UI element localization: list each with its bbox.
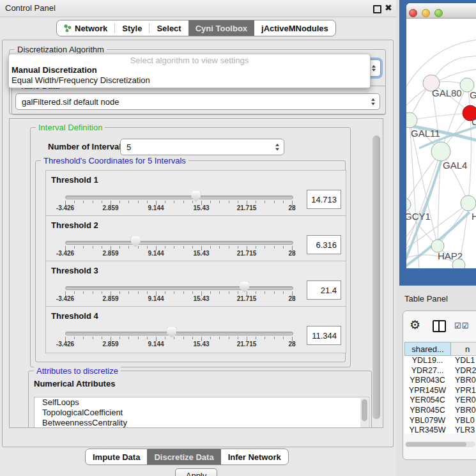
slider-thumb[interactable] — [131, 236, 141, 247]
table-row[interactable]: YBR045CYBR0 — [404, 406, 476, 416]
table-row[interactable]: YPR145WYPR1 — [404, 386, 476, 396]
number-of-intervals-label: Number of Intervals — [48, 142, 126, 151]
table-cell[interactable]: YPR145W — [404, 386, 450, 396]
number-of-intervals-combobox[interactable]: 5 — [120, 139, 284, 155]
table-row[interactable]: YER054CYER0 — [404, 395, 476, 406]
network-node-label: GAL4 — [443, 160, 467, 171]
slider-tick — [274, 246, 275, 249]
slider-track[interactable] — [65, 196, 293, 199]
numerical-attributes-list[interactable]: SelfLoopsTopologicalCoefficientBetweenne… — [34, 397, 369, 428]
threshold-box: Threshold 1-3.4262.8599.14415.4321.71528… — [45, 170, 346, 217]
dropdown-option[interactable]: Equal Width/Frequency Discretization — [12, 75, 150, 85]
table-data-combobox[interactable]: galFiltered.sif default node — [15, 93, 380, 110]
threshold-value-field[interactable]: 14.713 — [307, 190, 341, 209]
slider-thumb[interactable] — [240, 282, 249, 293]
slider-track[interactable] — [65, 286, 293, 290]
slider-tick-label: 15.43 — [193, 295, 209, 302]
network-node-label: G — [470, 89, 476, 100]
close-icon[interactable]: ✖ — [385, 3, 392, 13]
table-row[interactable]: YDL19...YDL1 — [404, 356, 476, 366]
table-cell[interactable]: YER054C — [404, 395, 450, 406]
table-row[interactable]: YLR345WYLR3 — [404, 426, 476, 434]
tab-cyni-toolbox[interactable]: Cyni Toolbox — [188, 20, 254, 36]
slider-tick — [256, 291, 256, 294]
table-cell[interactable]: YLR345W — [404, 426, 450, 434]
slider-tick — [283, 201, 284, 203]
mode-tab-infer-network[interactable]: Infer Network — [221, 449, 288, 464]
slider-tick — [229, 291, 229, 294]
slider-tick-label: 9.144 — [148, 341, 164, 348]
table-cell[interactable]: YDR2 — [450, 366, 476, 376]
mode-tab-impute-data[interactable]: Impute Data — [86, 449, 147, 464]
table-cell[interactable]: YLR3 — [450, 426, 475, 434]
table-row[interactable]: YDR27...YDR2 — [404, 366, 476, 376]
apply-button[interactable]: Apply — [175, 468, 217, 476]
combo-stepper-icon — [372, 65, 376, 72]
slider-tick — [238, 246, 238, 249]
tab-jactivemnodules[interactable]: jActiveMNodules — [254, 20, 335, 36]
table-row[interactable]: YBR043CYBR0 — [404, 376, 476, 386]
network-node[interactable] — [406, 198, 411, 211]
network-node[interactable] — [431, 142, 450, 161]
network-node[interactable] — [461, 196, 476, 211]
threshold-value-field[interactable]: 6.316 — [307, 235, 341, 254]
attribute-list-item[interactable]: SelfLoops — [35, 397, 369, 408]
table-cell[interactable]: YDL19... — [404, 356, 450, 366]
number-of-intervals-value: 5 — [127, 142, 131, 152]
network-canvas[interactable]: GAL80GCGAL11GAL4GCY1HHAP2 — [406, 18, 476, 268]
slider-track[interactable] — [65, 332, 293, 335]
tab-network[interactable]: Network — [57, 20, 114, 36]
slider-track[interactable] — [65, 241, 293, 245]
panel-scrollbar-thumb[interactable] — [372, 135, 380, 419]
mode-tab-discretize-data[interactable]: Discretize Data — [147, 449, 220, 464]
dropdown-placeholder-item[interactable]: Select algorithm to view settings — [9, 56, 370, 65]
close-traffic-light-icon[interactable] — [409, 9, 417, 17]
table-cell[interactable]: YBR0 — [450, 406, 476, 416]
slider-tick — [147, 337, 148, 339]
slider-tick — [128, 337, 129, 339]
columns-icon[interactable] — [433, 320, 446, 332]
table-cell[interactable]: YBL079W — [404, 416, 450, 426]
gear-icon[interactable]: ⚙ — [410, 319, 420, 331]
slider-tick — [265, 246, 265, 249]
table-cell[interactable]: YBL0 — [450, 416, 475, 426]
slider-tick — [83, 291, 84, 294]
attribute-list-item[interactable]: TopologicalCoefficient — [35, 408, 369, 418]
column-header-name[interactable]: n — [451, 342, 476, 356]
slider-tick — [229, 201, 229, 203]
checkbox-icons[interactable]: ☑☑ — [454, 321, 470, 330]
tab-style[interactable]: Style — [115, 20, 149, 36]
table-hscrollbar-thumb[interactable] — [406, 442, 466, 447]
tab-select[interactable]: Select — [150, 20, 188, 36]
table-cell[interactable]: YDR27... — [404, 366, 450, 376]
table-toolbar: ⚙ ☑☑ — [403, 311, 476, 341]
network-window-titlebar[interactable] — [406, 3, 476, 19]
slider-tick — [74, 246, 75, 249]
table-cell[interactable]: YDL1 — [450, 356, 475, 366]
list-scrollbar[interactable] — [360, 398, 368, 428]
network-node[interactable] — [452, 259, 465, 268]
table-cell[interactable]: YBR045C — [404, 406, 450, 416]
table-cell[interactable]: YBR0 — [450, 376, 476, 386]
column-header-shared-name[interactable]: shared... — [404, 342, 451, 356]
threshold-value-field[interactable]: 11.344 — [307, 326, 341, 345]
table-cell[interactable]: YER0 — [450, 395, 476, 406]
minimize-traffic-light-icon[interactable] — [422, 9, 430, 17]
table-cell[interactable]: YPR1 — [450, 386, 476, 396]
float-window-icon[interactable] — [373, 5, 381, 13]
slider-tick — [174, 201, 174, 203]
table-hscrollbar[interactable] — [405, 441, 475, 447]
slider-tick — [274, 291, 275, 294]
threshold-box: Threshold 2-3.4262.8599.14415.4321.71528… — [45, 215, 346, 263]
dropdown-option[interactable]: Manual Discretization — [12, 65, 97, 75]
zoom-traffic-light-icon[interactable] — [434, 9, 443, 17]
slider-thumb[interactable] — [167, 327, 176, 338]
attribute-list-item[interactable]: BetweennessCentrality — [35, 418, 369, 428]
slider-tick — [102, 201, 102, 203]
slider-tick — [238, 291, 238, 294]
table-row[interactable]: YBL079WYBL0 — [404, 416, 476, 426]
table-cell[interactable]: YBR043C — [404, 376, 450, 386]
slider-tick — [93, 337, 93, 339]
threshold-value-field[interactable]: 21.4 — [307, 280, 341, 300]
tab-label: Discretize Data — [154, 452, 213, 462]
